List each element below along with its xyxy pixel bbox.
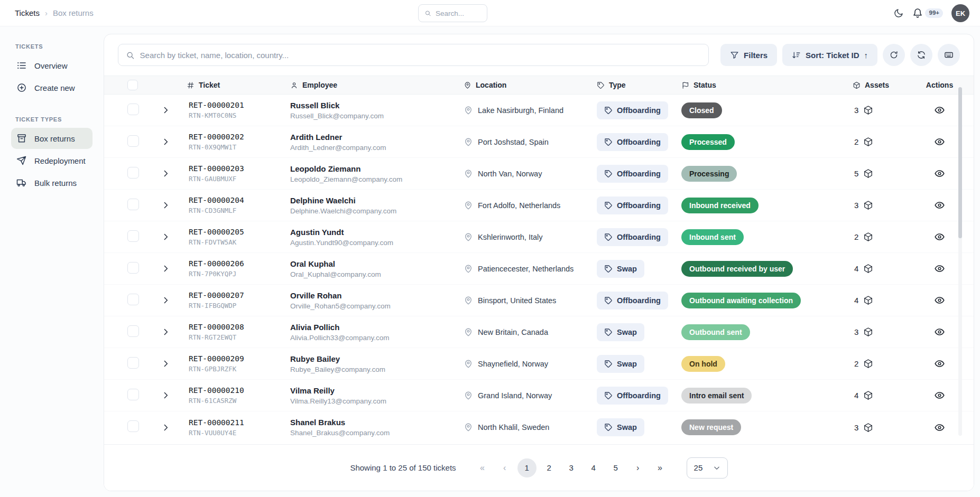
view-ticket-eye-icon[interactable] (934, 263, 945, 274)
row-checkbox[interactable] (127, 357, 139, 369)
sidebar-item-create-new[interactable]: Create new (11, 77, 93, 98)
row-checkbox[interactable] (127, 167, 139, 179)
page-button-2[interactable]: 2 (540, 458, 559, 477)
expand-row-chevron-icon[interactable] (161, 423, 170, 432)
filters-button[interactable]: Filters (720, 44, 777, 66)
expand-row-chevron-icon[interactable] (161, 232, 170, 241)
row-checkbox[interactable] (127, 135, 139, 147)
assets-count: 4 (854, 264, 858, 273)
expand-row-chevron-icon[interactable] (161, 327, 170, 336)
type-label: Swap (617, 265, 637, 273)
column-header-assets[interactable]: Assets (853, 81, 905, 89)
return-id: RTN-IFBGQWDP (187, 302, 290, 310)
sync-button[interactable] (910, 44, 932, 66)
table-scrollbar-thumb[interactable] (958, 87, 962, 238)
location-text: North Khalil, Sweden (478, 423, 549, 432)
table-row[interactable]: RET-00000210 RTN-61CASRZW Vilma Reilly V… (104, 380, 974, 411)
page-button-4[interactable]: 4 (584, 458, 603, 477)
global-search-input[interactable] (436, 10, 481, 17)
page-size-select[interactable]: 25 (687, 457, 728, 479)
next-page-button[interactable]: › (628, 458, 648, 477)
row-checkbox[interactable] (127, 420, 139, 432)
refresh-button[interactable] (883, 44, 905, 66)
column-header-type[interactable]: Type (597, 81, 681, 89)
last-page-button[interactable]: » (651, 458, 670, 477)
table-row[interactable]: RET-00000205 RTN-FDVTW5AK Agustin Yundt … (104, 221, 974, 253)
page-button-1[interactable]: 1 (517, 458, 537, 477)
select-all-checkbox[interactable] (127, 80, 138, 90)
column-header-status[interactable]: Status (681, 81, 853, 89)
ticket-id: RET-00000207 (187, 291, 290, 299)
type-badge: Offboarding (597, 228, 668, 246)
keyboard-shortcuts-button[interactable] (938, 44, 960, 66)
sidebar-item-box-returns[interactable]: Box returns (11, 128, 93, 149)
dark-mode-toggle[interactable] (893, 8, 904, 18)
status-badge: Intro email sent (681, 388, 752, 404)
type-badge: Offboarding (597, 101, 668, 119)
table-row[interactable]: RET-00000207 RTN-IFBGQWDP Orville Rohan … (104, 285, 974, 316)
table-scrollbar[interactable] (958, 87, 962, 436)
breadcrumb-tickets-link[interactable]: Tickets (15, 8, 40, 17)
column-header-ticket[interactable]: Ticket (187, 81, 290, 89)
row-checkbox[interactable] (127, 389, 139, 400)
view-ticket-eye-icon[interactable] (934, 231, 945, 242)
sort-button[interactable]: Sort: Ticket ID ↑ (782, 44, 877, 66)
row-checkbox[interactable] (127, 325, 139, 337)
row-checkbox[interactable] (127, 230, 139, 242)
page-button-5[interactable]: 5 (606, 458, 625, 477)
row-checkbox[interactable] (127, 294, 139, 305)
table-row[interactable]: RET-00000208 RTN-RGT2EWQT Alivia Pollich… (104, 316, 974, 348)
return-id: RTN-VUU0UY4E (187, 429, 290, 437)
table-row[interactable]: RET-00000202 RTN-0X9QMW1T Ardith Ledner … (104, 126, 974, 158)
row-checkbox[interactable] (127, 104, 139, 115)
global-search[interactable] (418, 4, 487, 22)
tag-icon (604, 201, 613, 210)
page-button-3[interactable]: 3 (562, 458, 581, 477)
view-ticket-eye-icon[interactable] (934, 136, 945, 147)
column-header-location[interactable]: Location (464, 81, 597, 89)
view-ticket-eye-icon[interactable] (934, 390, 945, 401)
assets-count: 3 (854, 327, 858, 336)
sidebar-item-redeployment[interactable]: Redeployment (11, 150, 93, 171)
table-row[interactable]: RET-00000203 RTN-GAUBMUXF Leopoldo Ziema… (104, 158, 974, 190)
first-page-button[interactable]: « (473, 458, 492, 477)
view-ticket-eye-icon[interactable] (934, 422, 945, 433)
table-row[interactable]: RET-00000211 RTN-VUU0UY4E Shanel Brakus … (104, 411, 974, 443)
ticket-id: RET-00000211 (187, 418, 290, 427)
view-ticket-eye-icon[interactable] (934, 105, 945, 116)
expand-row-chevron-icon[interactable] (161, 391, 170, 400)
return-id: RTN-FDVTW5AK (187, 238, 290, 246)
expand-row-chevron-icon[interactable] (161, 137, 170, 146)
expand-row-chevron-icon[interactable] (161, 106, 170, 115)
sidebar-item-bulk-returns[interactable]: Bulk returns (11, 172, 93, 193)
ticket-search[interactable] (118, 44, 709, 66)
view-ticket-eye-icon[interactable] (934, 168, 945, 179)
assets-count: 5 (854, 169, 858, 178)
table-row[interactable]: RET-00000206 RTN-7P0KYQPJ Oral Kuphal Or… (104, 253, 974, 285)
table-row[interactable]: RET-00000201 RTN-KMT0C0NS Russell Blick … (104, 95, 974, 126)
view-ticket-eye-icon[interactable] (934, 200, 945, 211)
row-checkbox[interactable] (127, 199, 139, 210)
column-header-actions: Actions (905, 81, 974, 89)
table-row[interactable]: RET-00000209 RTN-GPBJRZFK Rubye Bailey R… (104, 348, 974, 380)
view-ticket-eye-icon[interactable] (934, 358, 945, 369)
ticket-search-input[interactable] (140, 51, 701, 60)
expand-row-chevron-icon[interactable] (161, 201, 170, 210)
expand-row-chevron-icon[interactable] (161, 169, 170, 178)
expand-row-chevron-icon[interactable] (161, 264, 170, 273)
notifications-button[interactable]: 99+ (912, 8, 943, 18)
column-header-employee[interactable]: Employee (290, 81, 464, 89)
previous-page-button[interactable]: ‹ (495, 458, 514, 477)
ticket-id: RET-00000203 (187, 164, 290, 173)
type-badge: Swap (597, 418, 644, 436)
view-ticket-eye-icon[interactable] (934, 295, 945, 306)
expand-row-chevron-icon[interactable] (161, 296, 170, 305)
row-checkbox[interactable] (127, 262, 139, 274)
view-ticket-eye-icon[interactable] (934, 326, 945, 337)
sidebar-item-overview[interactable]: Overview (11, 55, 93, 76)
user-avatar[interactable]: EK (951, 4, 969, 22)
employee-name: Alivia Pollich (290, 323, 464, 332)
employee-email: Ardith_Ledner@company.com (290, 144, 464, 152)
expand-row-chevron-icon[interactable] (161, 359, 170, 368)
table-row[interactable]: RET-00000204 RTN-CD3GNMLF Delphine Waelc… (104, 190, 974, 221)
